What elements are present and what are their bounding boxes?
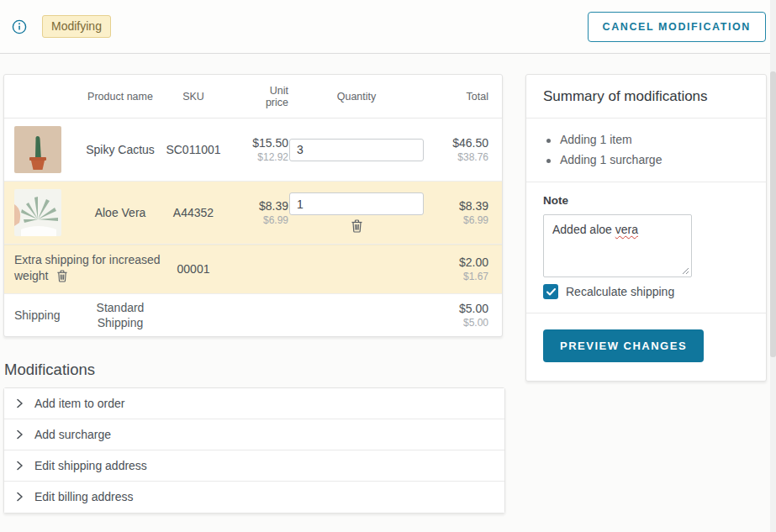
table-row-surcharge: Extra shipping for increased weight <box>4 245 502 294</box>
total-cell: $5.00 $5.00 <box>425 302 502 329</box>
unit-price-header-line1: Unit <box>223 85 288 97</box>
top-bar: Modifying CANCEL MODIFICATION <box>0 0 776 54</box>
accordion-item-add-surcharge[interactable]: Add surcharge <box>4 419 504 450</box>
total-cell: $8.39 $6.99 <box>425 199 502 226</box>
trash-icon[interactable] <box>53 271 68 285</box>
order-items-table: Product name SKU Unit price Quantity Tot… <box>3 74 503 337</box>
surcharge-label: Extra shipping for increased weight <box>14 253 161 282</box>
main-content: Product name SKU Unit price Quantity Tot… <box>0 54 776 514</box>
summary-column: Summary of modifications Adding 1 item A… <box>525 74 767 382</box>
scrollbar-track[interactable] <box>770 0 776 532</box>
summary-items-list: Adding 1 item Adding 1 surcharge <box>526 119 766 182</box>
chevron-right-icon <box>16 398 24 408</box>
accordion-item-label: Add surcharge <box>34 428 111 441</box>
trash-icon[interactable] <box>351 219 363 233</box>
table-row-aloe-vera: Aloe Vera A44352 $8.39 $6.99 <box>4 182 502 245</box>
recalculate-shipping-checkbox[interactable] <box>543 284 558 299</box>
line-total: $46.50 <box>425 136 488 150</box>
unit-price-cell: $8.39 $6.99 <box>223 199 288 226</box>
unit-price-secondary: $12.92 <box>223 151 288 163</box>
chevron-right-icon <box>16 461 24 471</box>
summary-item: Adding 1 item <box>560 129 752 150</box>
note-text: Added aloe <box>552 223 615 236</box>
accordion-item-edit-shipping-address[interactable]: Edit shipping address <box>4 450 504 482</box>
status-badge: Modifying <box>42 15 111 38</box>
unit-price-column-header: Unit price <box>223 85 288 108</box>
surcharge-total: $2.00 <box>425 255 488 269</box>
table-header-row: Product name SKU Unit price Quantity Tot… <box>4 75 502 119</box>
summary-item: Adding 1 surcharge <box>560 150 752 170</box>
unit-price-secondary: $6.99 <box>223 214 288 226</box>
info-icon[interactable] <box>12 19 27 34</box>
summary-items-section: Adding 1 item Adding 1 surcharge <box>526 119 766 182</box>
shipping-method: Standard Shipping <box>77 295 164 335</box>
recalculate-shipping-label: Recalculate shipping <box>566 285 674 298</box>
product-name-column-header: Product name <box>77 91 164 103</box>
modifications-accordion: Add item to order Add surcharge Edit shi… <box>3 387 505 514</box>
unit-price: $15.50 <box>223 136 288 150</box>
shipping-total-secondary: $5.00 <box>425 317 488 329</box>
summary-panel: Summary of modifications Adding 1 item A… <box>525 74 767 382</box>
chevron-right-icon <box>16 492 24 502</box>
sku-column-header: SKU <box>164 91 223 103</box>
quantity-input-spiky-cactus[interactable] <box>289 139 424 161</box>
resize-grip-icon[interactable] <box>682 267 689 275</box>
quantity-cell <box>288 192 425 233</box>
note-textarea[interactable]: Added aloe vera <box>543 214 692 277</box>
line-total-secondary: $38.76 <box>425 151 488 163</box>
product-sku: SC011001 <box>164 143 223 156</box>
unit-price: $8.39 <box>223 199 288 213</box>
surcharge-sku: 00001 <box>164 262 223 276</box>
summary-title: Summary of modifications <box>526 75 766 118</box>
preview-changes-button[interactable]: PREVIEW CHANGES <box>543 329 704 362</box>
accordion-item-add-item[interactable]: Add item to order <box>4 388 504 419</box>
summary-title-section: Summary of modifications <box>526 75 766 119</box>
aloe-vera-image <box>14 189 61 236</box>
total-column-header: Total <box>425 91 502 103</box>
note-label: Note <box>543 194 749 207</box>
modifications-heading: Modifications <box>4 361 503 379</box>
total-cell: $46.50 $38.76 <box>425 136 502 163</box>
accordion-item-label: Add item to order <box>34 397 124 410</box>
unit-price-header-line2: price <box>223 97 288 108</box>
summary-action-section: PREVIEW CHANGES <box>526 313 766 381</box>
unit-price-cell: $15.50 $12.92 <box>223 136 288 163</box>
recalculate-shipping-row: Recalculate shipping <box>543 284 749 299</box>
product-image-cell <box>4 119 77 181</box>
product-image-cell <box>4 182 77 244</box>
line-total-secondary: $6.99 <box>425 214 488 226</box>
accordion-item-label: Edit billing address <box>34 490 134 503</box>
check-icon <box>546 288 556 296</box>
note-section: Note Added aloe vera Recalculate shippin… <box>526 182 766 313</box>
note-text-misspelled: vera <box>615 223 638 236</box>
order-column: Product name SKU Unit price Quantity Tot… <box>3 74 503 514</box>
chevron-right-icon <box>16 429 24 440</box>
surcharge-total-secondary: $1.67 <box>425 271 488 282</box>
quantity-column-header: Quantity <box>288 91 425 103</box>
table-row-shipping: Shipping Standard Shipping $5.00 $5.00 <box>4 294 502 336</box>
shipping-total: $5.00 <box>425 302 488 315</box>
quantity-cell <box>288 139 425 161</box>
table-row-spiky-cactus: Spiky Cactus SC011001 $15.50 $12.92 $46.… <box>4 119 502 182</box>
product-name: Spiky Cactus <box>77 143 164 156</box>
spiky-cactus-image <box>14 126 61 173</box>
accordion-item-edit-billing-address[interactable]: Edit billing address <box>4 482 504 513</box>
accordion-item-label: Edit shipping address <box>34 459 147 472</box>
surcharge-label-cell: Extra shipping for increased weight <box>4 245 164 293</box>
product-name: Aloe Vera <box>77 206 164 219</box>
product-sku: A44352 <box>164 206 223 219</box>
total-cell: $2.00 $1.67 <box>425 255 502 282</box>
line-total: $8.39 <box>425 199 488 213</box>
shipping-label: Shipping <box>4 308 77 322</box>
quantity-input-aloe-vera[interactable] <box>289 192 424 215</box>
cancel-modification-button[interactable]: CANCEL MODIFICATION <box>588 12 766 42</box>
scrollbar-thumb[interactable] <box>770 71 776 357</box>
